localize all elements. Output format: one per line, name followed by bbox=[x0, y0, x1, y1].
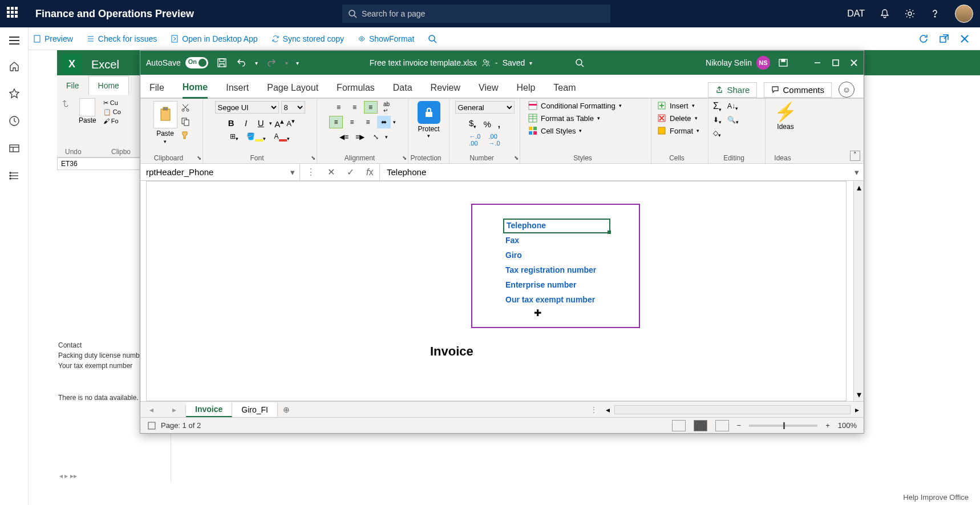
tab-view[interactable]: View bbox=[479, 77, 498, 98]
page-break-view-button[interactable] bbox=[715, 420, 729, 431]
wrap-text-button[interactable]: ab↵ bbox=[380, 101, 394, 114]
toolbar-search-icon[interactable] bbox=[428, 34, 437, 43]
window-close-icon[interactable] bbox=[850, 59, 858, 67]
zoom-percent[interactable]: 100% bbox=[838, 421, 857, 430]
redo-icon[interactable] bbox=[266, 57, 277, 68]
maximize-icon[interactable] bbox=[832, 59, 840, 67]
tab-page-layout[interactable]: Page Layout bbox=[267, 77, 318, 98]
vertical-scrollbar[interactable]: ▴ ▾ bbox=[853, 181, 864, 401]
border-button[interactable]: ⊞▾ bbox=[230, 132, 238, 142]
align-right-button[interactable]: ≡ bbox=[361, 116, 375, 128]
delete-cells-button[interactable]: Delete ▾ bbox=[657, 114, 698, 123]
tab-formulas[interactable]: Formulas bbox=[337, 77, 375, 98]
format-cells-button[interactable]: Format ▾ bbox=[657, 126, 699, 135]
ideas-button[interactable]: ⚡ bbox=[774, 101, 797, 123]
popout-icon[interactable] bbox=[939, 34, 949, 44]
horizontal-scrollbar[interactable] bbox=[614, 405, 851, 414]
bg-home-tab[interactable]: Home bbox=[88, 76, 129, 95]
cell-tax-reg[interactable]: Tax registration number bbox=[503, 264, 610, 279]
format-table-button[interactable]: Format as Table ▾ bbox=[528, 114, 622, 123]
global-search[interactable]: Search for a page bbox=[342, 5, 610, 23]
tab-insert[interactable]: Insert bbox=[226, 77, 249, 98]
home-icon[interactable] bbox=[9, 60, 20, 72]
decrease-indent-button[interactable]: ◀≡ bbox=[337, 131, 351, 143]
sheet-tab-giro[interactable]: Giro_FI bbox=[232, 403, 278, 417]
fill-button[interactable]: ⬇▾ bbox=[713, 116, 722, 125]
insert-cells-button[interactable]: Insert ▾ bbox=[657, 101, 695, 110]
ribbon-display-icon[interactable] bbox=[778, 58, 788, 68]
help-icon[interactable] bbox=[930, 9, 940, 19]
workspace-icon[interactable] bbox=[9, 143, 20, 154]
font-size-select[interactable]: 8 bbox=[281, 101, 305, 114]
align-bottom-button[interactable]: ≡ bbox=[364, 101, 378, 114]
close-icon[interactable] bbox=[959, 34, 970, 44]
sheet-tab-options-icon[interactable]: ⋮ bbox=[590, 405, 601, 414]
open-desktop-button[interactable]: Open in Desktop App bbox=[171, 34, 257, 43]
increase-decimal-button[interactable]: ←.0.00 bbox=[469, 133, 480, 147]
align-top-button[interactable]: ≡ bbox=[332, 101, 346, 114]
cell-enterprise[interactable]: Enterprise number bbox=[503, 279, 610, 294]
fx-enter-icon[interactable]: ✓ bbox=[347, 167, 354, 177]
autosum-button[interactable]: Σ▾ bbox=[713, 101, 722, 112]
bg-file-tab[interactable]: File bbox=[57, 76, 88, 95]
zoom-out-button[interactable]: − bbox=[737, 421, 742, 430]
gear-icon[interactable] bbox=[905, 9, 915, 19]
find-button[interactable]: 🔍▾ bbox=[727, 116, 739, 125]
font-name-select[interactable]: Segoe UI bbox=[215, 101, 279, 114]
tab-team[interactable]: Team bbox=[553, 77, 576, 98]
number-format-select[interactable]: General bbox=[455, 101, 515, 114]
align-center-button[interactable]: ≡ bbox=[345, 116, 359, 128]
minimize-icon[interactable] bbox=[813, 59, 821, 67]
tab-home[interactable]: Home bbox=[183, 76, 208, 99]
titlebar-search-icon[interactable] bbox=[574, 58, 585, 68]
app-launcher-icon[interactable] bbox=[7, 7, 21, 21]
italic-button[interactable]: I bbox=[240, 118, 252, 128]
comments-button[interactable]: Comments bbox=[764, 82, 832, 98]
sync-button[interactable]: Sync stored copy bbox=[272, 34, 344, 43]
accounting-button[interactable]: $▾ bbox=[469, 118, 476, 130]
sheet-nav-prev[interactable]: ◂ bbox=[149, 405, 153, 414]
bold-button[interactable]: B bbox=[225, 118, 237, 128]
format-painter-icon[interactable] bbox=[181, 131, 190, 140]
font-color-button[interactable]: A▾ bbox=[274, 132, 289, 142]
feedback-icon[interactable]: ☺ bbox=[839, 82, 855, 98]
user-avatar[interactable] bbox=[955, 5, 973, 23]
preview-button[interactable]: Preview bbox=[33, 34, 73, 43]
company-code[interactable]: DAT bbox=[847, 9, 865, 19]
conditional-formatting-button[interactable]: Conditional Formatting ▾ bbox=[528, 101, 622, 110]
hamburger-icon[interactable] bbox=[9, 37, 19, 45]
bell-icon[interactable] bbox=[880, 9, 890, 19]
check-issues-button[interactable]: Check for issues bbox=[87, 34, 157, 43]
show-format-button[interactable]: ShowFormat bbox=[358, 34, 414, 43]
underline-button[interactable]: U bbox=[254, 118, 267, 128]
undo-icon[interactable] bbox=[236, 57, 247, 68]
formula-input[interactable]: Telephone▾ bbox=[380, 164, 864, 180]
paste-button[interactable] bbox=[153, 101, 177, 128]
share-button[interactable]: Share bbox=[708, 82, 757, 98]
cell-fax[interactable]: Fax bbox=[503, 235, 610, 249]
comma-button[interactable]: , bbox=[498, 119, 500, 129]
save-icon[interactable] bbox=[216, 57, 228, 68]
increase-indent-button[interactable]: ≡▶ bbox=[353, 131, 367, 143]
protect-button[interactable] bbox=[418, 101, 440, 124]
help-improve-link[interactable]: Help Improve Office bbox=[903, 493, 969, 502]
fx-more-icon[interactable]: ⋮ bbox=[306, 167, 315, 177]
hscroll-left[interactable]: ◂ bbox=[606, 405, 610, 414]
zoom-slider[interactable] bbox=[749, 425, 817, 427]
user-initials[interactable]: NS bbox=[756, 56, 770, 70]
add-sheet-button[interactable]: ⊕ bbox=[278, 405, 295, 414]
normal-view-button[interactable] bbox=[672, 420, 686, 431]
refresh-icon[interactable] bbox=[918, 34, 929, 44]
cell-styles-button[interactable]: Cell Styles ▾ bbox=[528, 126, 622, 135]
merge-button[interactable]: ⬌ bbox=[377, 116, 391, 128]
hscroll-right[interactable]: ▸ bbox=[855, 405, 859, 414]
sheet-nav-next[interactable]: ▸ bbox=[172, 405, 176, 414]
tab-help[interactable]: Help bbox=[516, 77, 535, 98]
tab-review[interactable]: Review bbox=[431, 77, 460, 98]
page-layout-view-button[interactable] bbox=[694, 420, 707, 431]
cut-icon[interactable] bbox=[181, 103, 190, 112]
autosave-toggle[interactable]: On bbox=[185, 57, 208, 68]
percent-button[interactable]: % bbox=[483, 119, 491, 129]
name-box[interactable]: rptHeader_Phone▾ bbox=[140, 164, 300, 180]
spreadsheet-canvas[interactable]: ▴ ▾ Telephone Fax Giro Tax registration … bbox=[140, 181, 864, 401]
